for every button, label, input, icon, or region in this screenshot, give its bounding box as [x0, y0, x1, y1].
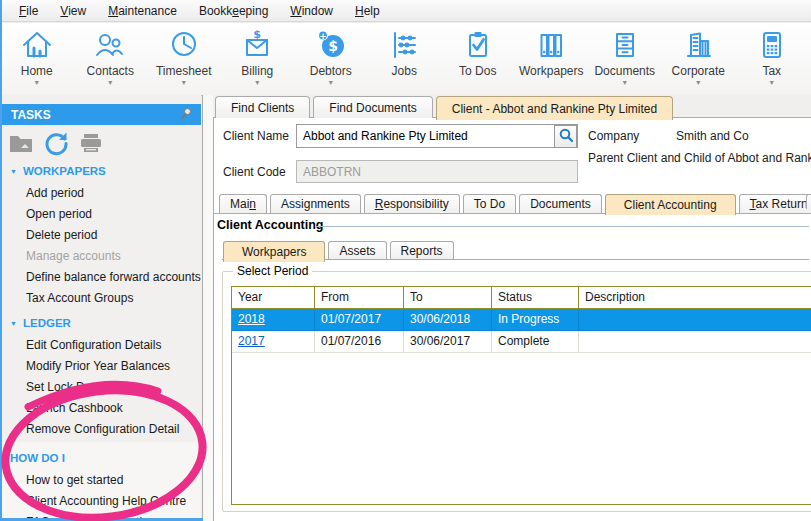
- search-icon: [558, 127, 574, 146]
- tab-find-clients[interactable]: Find Clients: [215, 96, 310, 118]
- client-code-input: [296, 160, 578, 183]
- task-add-period[interactable]: Add period: [2, 183, 201, 204]
- tab-client-abbot-and-rankine[interactable]: Client - Abbot and Rankine Pty Limited: [436, 96, 673, 120]
- tab-assets[interactable]: Assets: [328, 241, 386, 259]
- col-status[interactable]: Status: [492, 287, 579, 309]
- client-code-label: Client Code: [223, 165, 286, 179]
- task-edit-configuration-details[interactable]: Edit Configuration Details: [2, 335, 201, 356]
- tab-assignments[interactable]: Assignments: [270, 194, 361, 213]
- status-badge: Complete: [492, 331, 579, 353]
- corporate-icon: [680, 23, 716, 63]
- documents-icon: [607, 23, 643, 63]
- status-badge: In Progress: [492, 309, 579, 331]
- table-row[interactable]: 2017 01/07/2016 30/06/2017 Complete: [232, 331, 811, 353]
- col-description[interactable]: Description: [579, 287, 811, 309]
- toolbar-corporate[interactable]: Corporate ▾: [662, 23, 736, 95]
- tab-client-accounting[interactable]: Client Accounting: [605, 194, 736, 215]
- section-how-do-i-header: HOW DO I: [2, 446, 201, 470]
- tasks-panel-header: TASKS: [2, 104, 201, 125]
- menu-window[interactable]: Window: [279, 1, 344, 21]
- relationship-text: Parent Client and Child of Abbot and Ran…: [588, 151, 811, 165]
- client-search-button[interactable]: [554, 125, 577, 148]
- company-label: Company: [588, 129, 639, 143]
- section-rule: [316, 226, 809, 227]
- select-period-legend: Select Period: [233, 264, 312, 278]
- tab-tax-returns[interactable]: Tax Returns: [739, 194, 811, 213]
- task-open-period[interactable]: Open period: [2, 204, 201, 225]
- menu-bookkeeping[interactable]: Bookkeeping: [188, 1, 279, 21]
- tab-reports[interactable]: Reports: [390, 241, 454, 259]
- section-how-do-i: HOW DO I How to get started Client Accou…: [2, 442, 201, 521]
- collapse-triangle-icon: ▼: [10, 168, 17, 175]
- refresh-icon[interactable]: [43, 130, 69, 156]
- task-set-lock-date[interactable]: Set Lock Date: [2, 377, 201, 398]
- toolbar-workpapers[interactable]: Workpapers ▾: [515, 23, 589, 95]
- toolbar-jobs[interactable]: Jobs ▾: [368, 23, 442, 95]
- billing-icon: $: [239, 23, 275, 63]
- tasks-panel-title: TASKS: [11, 108, 51, 122]
- tab-find-documents[interactable]: Find Documents: [313, 96, 432, 118]
- folder-icon[interactable]: [8, 130, 34, 156]
- print-icon[interactable]: [78, 130, 104, 156]
- toolbar-contacts[interactable]: Contacts ▾: [74, 23, 148, 95]
- menu-file[interactable]: File: [8, 1, 49, 21]
- task-modify-prior-year-balances[interactable]: Modify Prior Year Balances: [2, 356, 201, 377]
- toolbar-home[interactable]: Home ▾: [0, 23, 74, 95]
- col-from[interactable]: From: [315, 287, 404, 309]
- col-year[interactable]: Year: [232, 287, 315, 309]
- tab-documents[interactable]: Documents: [519, 194, 602, 213]
- table-row[interactable]: 2018 01/07/2017 30/06/2018 In Progress: [232, 309, 811, 331]
- client-page: Client Name Client Code Company Smith an…: [213, 117, 811, 521]
- help-client-accounting-help-centre[interactable]: Client Accounting Help Centre: [2, 491, 201, 512]
- section-ledger-header[interactable]: ▼LEDGER: [2, 311, 201, 335]
- tab-responsibility[interactable]: Responsibility: [364, 194, 460, 213]
- task-tax-account-groups[interactable]: Tax Account Groups: [2, 288, 201, 309]
- tasks-list: ▼WORKPAPERS Add period Open period Delet…: [2, 157, 201, 521]
- contacts-icon: [92, 23, 128, 63]
- svg-text:+: +: [319, 31, 327, 41]
- toolbar-billing[interactable]: $ Billing ▾: [221, 23, 295, 95]
- window-left-border: [0, 0, 2, 521]
- tab-workpapers[interactable]: Workpapers: [223, 241, 325, 262]
- section-ledger: ▼LEDGER Edit Configuration Details Modif…: [2, 311, 201, 440]
- company-value: Smith and Co: [676, 129, 749, 143]
- menu-view[interactable]: View: [49, 1, 97, 21]
- menu-maintenance[interactable]: Maintenance: [97, 1, 188, 21]
- client-accounting-section-title: Client Accounting: [217, 218, 323, 232]
- tasks-panel: TASKS ▼WORKPAPERS Add period Open period…: [2, 95, 201, 521]
- application-window: File View Maintenance Bookkeeping Window…: [0, 0, 811, 521]
- todos-icon: [460, 23, 496, 63]
- home-icon: [19, 23, 55, 63]
- toolbar-todos[interactable]: To Dos ▾: [441, 23, 515, 95]
- toolbar-debtors[interactable]: $+ Debtors ▾: [294, 23, 368, 95]
- toolbar-timesheet[interactable]: Timesheet ▾: [147, 23, 221, 95]
- tax-icon: [754, 23, 790, 63]
- year-link[interactable]: 2017: [238, 334, 265, 348]
- tab-main[interactable]: Main: [219, 194, 267, 213]
- help-how-to-get-started[interactable]: How to get started: [2, 470, 201, 491]
- panel-gap: [203, 95, 213, 521]
- task-remove-configuration-detail[interactable]: Remove Configuration Detail: [2, 419, 201, 440]
- task-manage-accounts: Manage accounts: [2, 246, 201, 267]
- pin-icon[interactable]: [178, 107, 193, 125]
- section-workpapers-header[interactable]: ▼WORKPAPERS: [2, 159, 201, 183]
- year-link[interactable]: 2018: [238, 312, 265, 326]
- task-launch-cashbook[interactable]: Launch Cashbook: [2, 398, 201, 419]
- client-name-input[interactable]: [296, 124, 578, 148]
- col-to[interactable]: To: [404, 287, 492, 309]
- task-delete-period[interactable]: Delete period: [2, 225, 201, 246]
- chevron-down-icon: ▾: [696, 78, 700, 87]
- tab-to-do[interactable]: To Do: [463, 194, 516, 213]
- tab-clipped[interactable]: C: [806, 194, 811, 209]
- chevron-down-icon: ▾: [329, 78, 333, 87]
- chevron-down-icon: ▾: [255, 78, 259, 87]
- jobs-icon: [386, 23, 422, 63]
- toolbar-tax[interactable]: Tax ▾: [735, 23, 809, 95]
- svg-text:$: $: [328, 38, 338, 54]
- task-define-balance-forward-accounts[interactable]: Define balance forward accounts: [2, 267, 201, 288]
- timesheet-icon: [166, 23, 202, 63]
- toolbar-documents[interactable]: Documents ▾: [588, 23, 662, 95]
- period-table: Year From To Status Description 2018 01/…: [231, 286, 811, 505]
- period-table-header: Year From To Status Description: [232, 287, 811, 309]
- menu-help[interactable]: Help: [344, 1, 391, 21]
